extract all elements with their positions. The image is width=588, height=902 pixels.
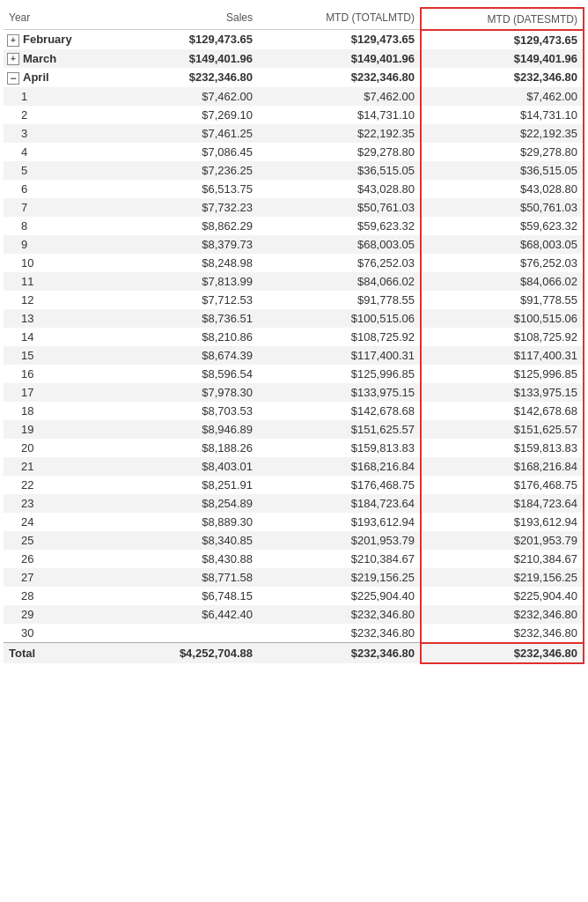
day-sales: $7,813.99 (126, 272, 258, 291)
day-mtd-dates: $168,216.84 (421, 457, 584, 476)
day-mtd-dates: $219,156.25 (421, 568, 584, 587)
day-label: 13 (4, 309, 126, 328)
day-mtd-dates: $201,953.79 (421, 531, 584, 550)
month-mtd-total: $129,473.65 (258, 30, 421, 49)
day-sales: $8,889.30 (126, 513, 258, 531)
day-row: 27 $8,771.58 $219,156.25 $219,156.25 (4, 568, 584, 587)
day-mtd-total: $91,778.55 (258, 291, 421, 309)
day-label: 10 (4, 254, 126, 272)
day-mtd-dates: $36,515.05 (421, 161, 584, 180)
day-sales: $7,086.45 (126, 143, 258, 161)
day-sales: $8,771.58 (126, 568, 258, 587)
day-label: 8 (4, 217, 126, 235)
day-mtd-total: $43,028.80 (258, 180, 421, 198)
total-label: Total (4, 643, 126, 663)
day-label: 19 (4, 420, 126, 439)
day-sales: $8,596.54 (126, 365, 258, 383)
day-mtd-total: $232,346.80 (258, 605, 421, 624)
day-label: 23 (4, 494, 126, 513)
day-sales: $8,403.01 (126, 457, 258, 476)
day-mtd-dates: $29,278.80 (421, 143, 584, 161)
day-mtd-total: $159,813.83 (258, 439, 421, 457)
expand-icon[interactable]: + (7, 34, 19, 47)
day-sales: $6,748.15 (126, 587, 258, 605)
day-mtd-total: $219,156.25 (258, 568, 421, 587)
day-mtd-total: $176,468.75 (258, 476, 421, 494)
day-label: 22 (4, 476, 126, 494)
day-label: 7 (4, 198, 126, 217)
total-row: Total $4,252,704.88 $232,346.80 $232,346… (4, 643, 584, 663)
day-label: 25 (4, 531, 126, 550)
month-row: −April $232,346.80 $232,346.80 $232,346.… (4, 68, 584, 87)
day-mtd-total: $133,975.15 (258, 383, 421, 402)
day-mtd-total: $14,731.10 (258, 106, 421, 124)
day-row: 25 $8,340.85 $201,953.79 $201,953.79 (4, 531, 584, 550)
day-row: 26 $8,430.88 $210,384.67 $210,384.67 (4, 550, 584, 568)
day-row: 9 $8,379.73 $68,003.05 $68,003.05 (4, 235, 584, 254)
day-mtd-total: $84,066.02 (258, 272, 421, 291)
day-label: 14 (4, 328, 126, 346)
day-sales: $8,379.73 (126, 235, 258, 254)
total-mtd-dates: $232,346.80 (421, 643, 584, 663)
day-label: 17 (4, 383, 126, 402)
day-sales: $8,430.88 (126, 550, 258, 568)
day-label: 16 (4, 365, 126, 383)
day-mtd-dates: $84,066.02 (421, 272, 584, 291)
day-row: 7 $7,732.23 $50,761.03 $50,761.03 (4, 198, 584, 217)
expand-icon[interactable]: + (7, 53, 19, 65)
day-mtd-dates: $232,346.80 (421, 624, 584, 643)
header-mtd-total: MTD (TOTALMTD) (258, 8, 421, 30)
day-row: 10 $8,248.98 $76,252.03 $76,252.03 (4, 254, 584, 272)
day-mtd-dates: $117,400.31 (421, 346, 584, 365)
day-sales: $8,210.86 (126, 328, 258, 346)
day-mtd-dates: $108,725.92 (421, 328, 584, 346)
day-mtd-total: $108,725.92 (258, 328, 421, 346)
day-row: 22 $8,251.91 $176,468.75 $176,468.75 (4, 476, 584, 494)
header-sales: Sales (126, 8, 258, 30)
day-sales: $7,269.10 (126, 106, 258, 124)
day-mtd-total: $168,216.84 (258, 457, 421, 476)
month-mtd-dates: $129,473.65 (421, 30, 584, 49)
day-mtd-dates: $43,028.80 (421, 180, 584, 198)
month-sales: $149,401.96 (126, 49, 258, 69)
day-mtd-dates: $7,462.00 (421, 87, 584, 106)
day-sales: $7,712.53 (126, 291, 258, 309)
day-label: 9 (4, 235, 126, 254)
day-label: 6 (4, 180, 126, 198)
day-label: 4 (4, 143, 126, 161)
day-mtd-total: $76,252.03 (258, 254, 421, 272)
month-mtd-total: $149,401.96 (258, 49, 421, 69)
day-row: 17 $7,978.30 $133,975.15 $133,975.15 (4, 383, 584, 402)
day-row: 11 $7,813.99 $84,066.02 $84,066.02 (4, 272, 584, 291)
day-mtd-dates: $232,346.80 (421, 605, 584, 624)
day-label: 15 (4, 346, 126, 365)
day-sales: $8,703.53 (126, 402, 258, 420)
day-mtd-dates: $68,003.05 (421, 235, 584, 254)
day-mtd-dates: $91,778.55 (421, 291, 584, 309)
day-label: 28 (4, 587, 126, 605)
day-row: 5 $7,236.25 $36,515.05 $36,515.05 (4, 161, 584, 180)
month-row: +March $149,401.96 $149,401.96 $149,401.… (4, 49, 584, 69)
month-row: +February $129,473.65 $129,473.65 $129,4… (4, 30, 584, 49)
day-row: 21 $8,403.01 $168,216.84 $168,216.84 (4, 457, 584, 476)
day-label: 1 (4, 87, 126, 106)
day-sales (126, 624, 258, 643)
day-sales: $8,254.89 (126, 494, 258, 513)
day-sales: $7,978.30 (126, 383, 258, 402)
day-row: 3 $7,461.25 $22,192.35 $22,192.35 (4, 124, 584, 143)
day-mtd-dates: $133,975.15 (421, 383, 584, 402)
month-label: −April (4, 68, 126, 87)
collapse-icon[interactable]: − (7, 72, 19, 85)
day-mtd-dates: $151,625.57 (421, 420, 584, 439)
day-mtd-dates: $50,761.03 (421, 198, 584, 217)
month-sales: $129,473.65 (126, 30, 258, 49)
day-label: 18 (4, 402, 126, 420)
day-mtd-total: $29,278.80 (258, 143, 421, 161)
day-label: 12 (4, 291, 126, 309)
day-mtd-dates: $22,192.35 (421, 124, 584, 143)
day-label: 3 (4, 124, 126, 143)
day-row: 28 $6,748.15 $225,904.40 $225,904.40 (4, 587, 584, 605)
day-row: 20 $8,188.26 $159,813.83 $159,813.83 (4, 439, 584, 457)
day-mtd-dates: $184,723.64 (421, 494, 584, 513)
day-label: 21 (4, 457, 126, 476)
